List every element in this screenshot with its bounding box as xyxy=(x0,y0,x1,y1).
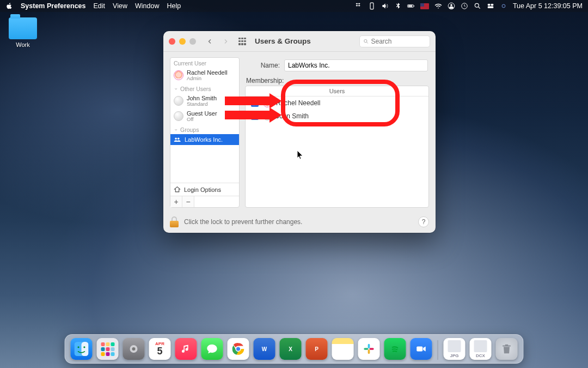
back-button[interactable] xyxy=(204,35,216,47)
avatar-icon xyxy=(174,70,183,80)
device-icon[interactable] xyxy=(368,2,376,10)
svg-rect-29 xyxy=(416,346,422,351)
zoom-button[interactable] xyxy=(189,38,196,45)
section-groups[interactable]: Groups xyxy=(170,124,239,134)
dock-app-finder[interactable] xyxy=(71,338,93,360)
svg-point-15 xyxy=(177,137,180,140)
svg-rect-8 xyxy=(488,4,491,5)
users-column-header: Users xyxy=(246,86,428,96)
svg-rect-0 xyxy=(370,3,373,9)
menu-view[interactable]: View xyxy=(113,2,127,10)
svg-point-5 xyxy=(450,4,452,7)
menu-edit[interactable]: Edit xyxy=(94,2,106,10)
group-name: LabWorks Inc. xyxy=(185,136,223,143)
siri-icon[interactable] xyxy=(500,2,507,10)
sidebar-item-group-selected[interactable]: LabWorks Inc. xyxy=(170,134,239,145)
group-icon xyxy=(174,136,181,143)
system-preferences-window: Users & Groups Current User Rachel Neede… xyxy=(163,31,436,233)
sidebar-item-user[interactable]: John Smith Standard xyxy=(170,93,239,109)
lock-button[interactable] xyxy=(170,216,179,227)
group-name-input[interactable] xyxy=(284,59,428,71)
help-button[interactable]: ? xyxy=(418,216,429,227)
membership-checkbox[interactable] xyxy=(251,112,259,120)
apple-menu-icon[interactable] xyxy=(5,2,13,10)
search-input[interactable] xyxy=(371,38,427,45)
volume-icon[interactable] xyxy=(381,2,389,10)
dock-app-powerpoint[interactable]: P xyxy=(306,338,328,360)
users-sidebar: Current User Rachel Needell Admin Other … xyxy=(170,57,240,208)
minimize-button[interactable] xyxy=(179,38,186,45)
dock-item-file[interactable]: DCX xyxy=(470,338,492,360)
svg-rect-25 xyxy=(368,344,370,348)
dock-app-calendar[interactable]: APR5 xyxy=(149,338,171,360)
window-titlebar[interactable]: Users & Groups xyxy=(163,31,436,52)
remove-button[interactable]: − xyxy=(182,196,194,207)
dock-app-spotify[interactable] xyxy=(384,338,406,360)
avatar-icon xyxy=(174,111,183,121)
folder-label: Work xyxy=(7,41,39,48)
dock-app-chrome[interactable] xyxy=(228,338,249,360)
dock-app-music[interactable] xyxy=(175,338,197,360)
dock-trash[interactable] xyxy=(496,338,518,360)
dock-app-settings[interactable] xyxy=(123,338,145,360)
app-name[interactable]: System Preferences xyxy=(21,2,86,10)
login-options-label: Login Options xyxy=(184,186,221,193)
avatar-icon xyxy=(263,99,272,107)
add-remove-row: + − xyxy=(170,196,239,207)
svg-point-18 xyxy=(77,346,79,348)
user-menu-icon[interactable] xyxy=(448,2,455,10)
sidebar-item-current-user[interactable]: Rachel Needell Admin xyxy=(170,68,239,83)
svg-rect-28 xyxy=(369,348,373,350)
mouse-cursor xyxy=(297,150,304,160)
dock-app-notes[interactable] xyxy=(332,338,354,360)
svg-rect-27 xyxy=(368,349,370,354)
group-detail-pane: Name: Membership: Users Rachel Needell J… xyxy=(245,57,429,208)
show-all-button[interactable] xyxy=(236,35,248,47)
member-name: John Smith xyxy=(276,112,309,120)
dock-app-excel[interactable]: X xyxy=(280,338,302,360)
lock-hint-text: Click the lock to prevent further change… xyxy=(184,218,302,226)
menu-window[interactable]: Window xyxy=(135,2,159,10)
forward-button[interactable] xyxy=(220,35,232,47)
dock[interactable]: APR5 W X P JPG DCX xyxy=(65,334,524,364)
membership-row[interactable]: Rachel Needell xyxy=(246,96,428,110)
menubar-clock[interactable]: Tue Apr 5 12:39:05 PM xyxy=(513,2,583,10)
section-other-users[interactable]: Other Users xyxy=(170,83,239,93)
input-source-flag-icon[interactable] xyxy=(420,3,429,9)
section-current-user: Current User xyxy=(170,58,239,68)
dock-separator xyxy=(438,340,438,360)
membership-checkbox[interactable] xyxy=(251,99,259,107)
wifi-icon[interactable] xyxy=(434,2,442,10)
add-button[interactable]: + xyxy=(170,196,182,207)
membership-row[interactable]: John Smith xyxy=(246,110,428,123)
bluetooth-icon[interactable] xyxy=(394,2,402,10)
menu-help[interactable]: Help xyxy=(167,2,181,10)
svg-point-21 xyxy=(132,347,136,351)
spotlight-icon[interactable] xyxy=(474,2,481,10)
search-field[interactable] xyxy=(359,35,430,47)
dock-app-word[interactable]: W xyxy=(254,338,275,360)
svg-rect-9 xyxy=(491,4,493,5)
user-name: John Smith xyxy=(187,95,217,101)
membership-label: Membership: xyxy=(245,77,429,85)
svg-rect-10 xyxy=(488,7,494,8)
sidebar-item-user[interactable]: Guest User Off xyxy=(170,108,239,124)
close-button[interactable] xyxy=(169,38,175,45)
avatar-icon xyxy=(263,112,272,120)
time-machine-icon[interactable] xyxy=(461,2,468,10)
menubar: System Preferences Edit View Window Help… xyxy=(0,0,588,12)
svg-rect-3 xyxy=(414,5,414,7)
svg-point-7 xyxy=(475,3,479,7)
battery-icon[interactable] xyxy=(407,2,415,10)
control-center-icon[interactable] xyxy=(487,2,494,10)
user-role: Standard xyxy=(187,101,217,107)
dock-app-launchpad[interactable] xyxy=(97,338,119,360)
desktop-folder-work[interactable]: Work xyxy=(7,17,39,48)
dropbox-icon[interactable] xyxy=(355,2,363,10)
login-options-button[interactable]: Login Options xyxy=(170,183,239,196)
svg-rect-26 xyxy=(364,348,368,350)
dock-item-file[interactable]: JPG xyxy=(444,338,465,360)
dock-app-zoom[interactable] xyxy=(411,338,432,360)
dock-app-messages[interactable] xyxy=(201,338,223,360)
dock-app-slack[interactable] xyxy=(358,338,380,360)
